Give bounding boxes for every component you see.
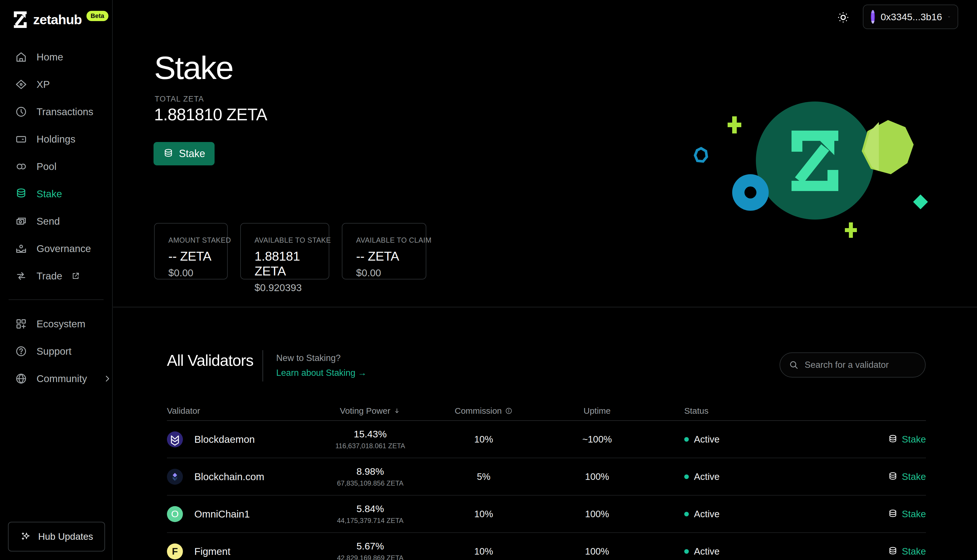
info-icon	[505, 407, 513, 415]
xp-icon	[15, 78, 27, 91]
blockdaemon-logo-icon	[167, 432, 183, 447]
row-stake-button[interactable]: Stake	[827, 434, 926, 445]
governance-icon	[15, 242, 27, 255]
card-value: -- ZETA	[169, 249, 214, 264]
search-input[interactable]	[805, 360, 917, 370]
learn-about-staking-link[interactable]: Learn about Staking →	[276, 368, 367, 378]
sidebar-item-home[interactable]: Home	[0, 43, 112, 71]
card-value: -- ZETA	[356, 249, 413, 264]
sort-desc-icon	[393, 407, 401, 415]
stake-coins-icon	[888, 546, 898, 557]
pool-icon	[15, 160, 27, 173]
row-stake-button[interactable]: Stake	[827, 509, 926, 520]
sidebar-item-trade[interactable]: Trade	[0, 262, 112, 290]
sidebar-item-send[interactable]: Send	[0, 208, 112, 235]
table-header-row: Validator Voting Power Commission Uptime…	[167, 402, 926, 421]
uptime-value: 100%	[535, 471, 659, 482]
theme-toggle-button[interactable]	[836, 10, 850, 25]
stake-coins-icon	[888, 434, 898, 445]
sidebar-item-holdings[interactable]: Holdings	[0, 125, 112, 153]
sidebar: zetahub Beta Home XP Transactions Holdin…	[0, 0, 113, 560]
available-to-claim-card: AVAILABLE TO CLAIM -- ZETA $0.00	[342, 223, 426, 280]
sidebar-item-xp[interactable]: XP	[0, 71, 112, 98]
uptime-value: ~100%	[535, 434, 659, 445]
sidebar-item-governance[interactable]: Governance	[0, 235, 112, 262]
validator-row[interactable]: F Figment 5.67% 42,829,169.869 ZETA 10% …	[167, 533, 926, 560]
sidebar-item-label: Support	[37, 346, 72, 357]
card-usd: $0.920393	[254, 282, 316, 293]
card-label: AVAILABLE TO CLAIM	[356, 236, 413, 244]
send-cash-icon	[15, 215, 27, 228]
row-stake-button[interactable]: Stake	[827, 471, 926, 482]
validator-avatar	[167, 432, 183, 447]
validator-avatar	[167, 469, 183, 485]
row-stake-label: Stake	[902, 471, 926, 482]
status-badge: Active	[659, 546, 827, 557]
sidebar-item-label: Holdings	[37, 133, 75, 145]
secondary-nav: Ecosystem Support Community	[0, 310, 112, 392]
sidebar-item-ecosystem[interactable]: Ecosystem	[0, 310, 112, 338]
voting-power-zeta: 116,637,018.061 ZETA	[335, 442, 405, 450]
col-voting-power[interactable]: Voting Power	[308, 406, 432, 416]
status-dot	[684, 512, 689, 517]
home-icon	[15, 51, 27, 63]
voting-power-percent: 5.67%	[356, 541, 384, 552]
hub-updates-button[interactable]: Hub Updates	[8, 522, 105, 552]
row-stake-button[interactable]: Stake	[827, 546, 926, 557]
voting-power-percent: 5.84%	[356, 503, 384, 514]
col-uptime: Uptime	[535, 406, 659, 416]
voting-power-zeta: 67,835,109.856 ZETA	[337, 479, 404, 487]
status-label: Active	[694, 471, 720, 482]
sidebar-item-label: Pool	[37, 161, 57, 172]
commission-value: 5%	[432, 471, 535, 482]
hub-updates-label: Hub Updates	[38, 531, 93, 542]
validators-title: All Validators	[167, 351, 253, 370]
avatar-letter: F	[172, 546, 178, 557]
sidebar-item-support[interactable]: Support	[0, 338, 112, 365]
uptime-value: 100%	[535, 509, 659, 520]
card-value: 1.88181 ZETA	[254, 249, 316, 278]
status-dot	[684, 437, 689, 442]
primary-nav: Home XP Transactions Holdings Pool Stake…	[0, 43, 112, 290]
blockchain-com-logo-icon	[167, 469, 183, 485]
sun-icon	[836, 10, 850, 25]
stake-button[interactable]: Stake	[154, 142, 215, 165]
col-commission[interactable]: Commission	[432, 406, 535, 416]
external-link-icon	[71, 272, 80, 280]
voting-power-percent: 15.43%	[354, 428, 387, 440]
voting-power-zeta: 44,175,379.714 ZETA	[337, 517, 404, 525]
validator-row[interactable]: O OmniChain1 5.84% 44,175,379.714 ZETA 1…	[167, 495, 926, 533]
brand[interactable]: zetahub Beta	[0, 0, 112, 28]
stake-coins-icon	[163, 148, 174, 159]
status-label: Active	[694, 546, 720, 557]
ecosystem-grid-icon	[15, 318, 27, 330]
sidebar-item-community[interactable]: Community	[0, 365, 112, 392]
sidebar-item-stake[interactable]: Stake	[0, 180, 112, 208]
sidebar-item-label: Community	[37, 373, 87, 384]
status-label: Active	[694, 509, 720, 520]
sidebar-item-transactions[interactable]: Transactions	[0, 98, 112, 125]
sidebar-item-label: Home	[37, 51, 63, 63]
avatar-letter: O	[171, 508, 179, 520]
status-dot	[684, 549, 689, 554]
status-badge: Active	[659, 471, 827, 482]
validator-row[interactable]: Blockdaemon 15.43% 116,637,018.061 ZETA …	[167, 421, 926, 458]
stake-coins-icon	[888, 472, 898, 482]
validator-search[interactable]	[780, 352, 926, 378]
status-badge: Active	[659, 509, 827, 520]
help-icon	[15, 345, 27, 358]
validator-name: Figment	[194, 546, 230, 557]
sidebar-item-label: Trade	[37, 270, 62, 282]
sidebar-item-label: Stake	[37, 188, 62, 200]
row-stake-label: Stake	[902, 434, 926, 445]
zetahub-logo-icon	[12, 12, 28, 28]
validator-avatar: F	[167, 543, 183, 560]
sidebar-item-pool[interactable]: Pool	[0, 153, 112, 180]
page-title: Stake	[154, 49, 233, 87]
wallet-account-button[interactable]: 0x3345...3b16	[863, 5, 958, 29]
validator-row[interactable]: Blockchain.com 8.98% 67,835,109.856 ZETA…	[167, 458, 926, 495]
row-stake-label: Stake	[902, 546, 926, 557]
validators-table: Validator Voting Power Commission Uptime…	[167, 402, 926, 560]
stake-coins-icon	[888, 509, 898, 519]
stake-button-label: Stake	[179, 148, 205, 160]
